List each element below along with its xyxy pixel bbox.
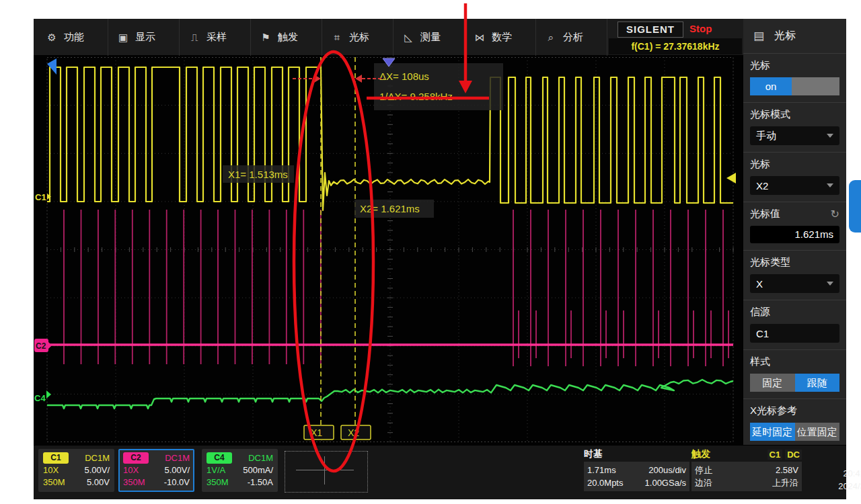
oscilloscope-screen: ⚙功能 ▣显示 ⎍采样 ⚑触发 ⌗光标 ◺测量 ⋈数学 ⌕分析 SIGLENT … xyxy=(34,19,846,499)
c4-marker-arrow-icon xyxy=(46,390,51,398)
style-option-fixed[interactable]: 固定 xyxy=(750,374,795,392)
channel-badge: C1 xyxy=(43,452,69,464)
menu-label: 触发 xyxy=(278,31,298,44)
source-value: C1 xyxy=(756,328,769,339)
side-pull-tab[interactable] xyxy=(849,180,861,233)
waveform-display[interactable]: C1 C2 C4 ΔX= 108us 1/ΔX= 9.258kHz X1= 1.… xyxy=(34,56,743,445)
style-option-follow[interactable]: 跟随 xyxy=(795,374,840,392)
refresh-icon[interactable]: ↻ xyxy=(831,208,839,220)
trigger-status: 停止 xyxy=(695,464,712,476)
arrow-left-icon xyxy=(355,75,362,83)
crosshair-icon xyxy=(296,470,354,470)
cursor-value-field[interactable]: 1.621ms xyxy=(750,226,839,243)
brand-area: SIGLENT Stop f(C1) = 27.37618kHz xyxy=(607,19,743,56)
bandwidth-value: 350M xyxy=(43,476,65,489)
chevron-down-icon xyxy=(827,183,833,187)
style-label: 样式 xyxy=(750,355,770,368)
cursor-on-off-toggle[interactable]: on xyxy=(750,77,839,95)
cursor-type-section: 光标类型 X xyxy=(743,251,846,300)
trigger-block[interactable]: 触发 C1DC 停止2.58V 边沿上升沿 xyxy=(691,448,802,491)
offset-value: -10.0V xyxy=(164,476,190,489)
menu-item-trigger[interactable]: ⚑触发 xyxy=(251,19,322,56)
cursor-select-section: 光标 X2 xyxy=(743,153,846,202)
menu-item-function[interactable]: ⚙功能 xyxy=(37,19,108,56)
date-display: 2024/3/21 xyxy=(794,480,861,493)
source-dropdown[interactable]: C1 xyxy=(750,324,839,343)
timebase-label: 时基 xyxy=(584,448,603,460)
x1-readout: X1= 1.513ms xyxy=(228,169,288,180)
menu-item-acquire[interactable]: ⎍采样 xyxy=(180,19,251,56)
left-edge-marker[interactable] xyxy=(47,58,57,75)
analyze-icon: ⌕ xyxy=(545,32,557,44)
style-segmented: 固定 跟随 xyxy=(750,374,839,392)
channel-box-c2[interactable]: C2 DC1M 10X5.00V/ 350M-10.0V xyxy=(118,449,194,492)
probe-value: 10X xyxy=(123,464,139,476)
cursor-select-dropdown[interactable]: X2 xyxy=(750,176,839,195)
cursor-flag-x1[interactable]: X1 xyxy=(304,425,334,439)
timebase-scale: 200us/div xyxy=(648,464,686,476)
channel-box-c4[interactable]: C4 DC1M 1V/A500mA/ 350M-1.50A xyxy=(202,449,278,492)
x-reference-section: X光标参考 延时固定 位置固定 xyxy=(743,399,846,448)
cursor-flag-x2-label: X2 xyxy=(348,427,359,438)
menu-item-measure[interactable]: ◺测量 xyxy=(394,19,465,56)
math-icon: ⋈ xyxy=(474,32,486,44)
menu-label: 显示 xyxy=(135,31,155,44)
timebase-block[interactable]: 时基 1.71ms200us/div 20.0Mpts1.00GSa/s xyxy=(584,448,689,491)
c1-channel-marker[interactable]: C1 xyxy=(35,192,46,202)
coupling-value: DC1M xyxy=(248,453,273,463)
x-reference-label: X光标参考 xyxy=(750,405,797,417)
menu-item-analyze[interactable]: ⌕分析 xyxy=(536,19,607,56)
c4-channel-marker[interactable]: C4 xyxy=(34,393,46,403)
menu-label: 数学 xyxy=(492,31,512,44)
cursor-flag-x1-label: X1 xyxy=(311,427,322,438)
menu-label: 光标 xyxy=(349,31,369,44)
channel-badge: C2 xyxy=(123,452,149,464)
cursor-mode-label: 光标模式 xyxy=(750,108,790,121)
arrow-right-icon xyxy=(314,75,321,83)
trigger-label: 触发 xyxy=(691,448,710,460)
coupling-value: DC1M xyxy=(165,453,190,463)
xref-option-delay-fixed[interactable]: 延时固定 xyxy=(750,423,795,441)
toggle-off-option[interactable] xyxy=(792,77,839,95)
timebase-samplerate: 1.00GSa/s xyxy=(645,476,686,489)
cursor-mode-value: 手动 xyxy=(756,130,776,142)
x2-readout: X2= 1.621ms xyxy=(360,203,420,214)
c2-marker-arrow-icon xyxy=(48,342,52,349)
menu-label: 采样 xyxy=(207,31,227,44)
acquisition-status: Stop xyxy=(689,23,712,34)
bandwidth-value: 350M xyxy=(123,476,145,489)
scale-value: 500mA/ xyxy=(243,464,273,476)
c2-channel-marker: C2 xyxy=(36,341,46,351)
sampling-icon: ⎍ xyxy=(188,32,200,44)
zoom-preview-box[interactable] xyxy=(285,451,368,493)
timebase-memory: 20.0Mpts xyxy=(587,476,623,489)
cursor-mode-section: 光标模式 手动 xyxy=(743,103,846,153)
gear-icon: ⚙ xyxy=(46,32,58,44)
menu-item-cursor[interactable]: ⌗光标 xyxy=(322,19,394,56)
trigger-source: C1 xyxy=(768,450,783,460)
channel-badge: C4 xyxy=(207,452,232,464)
trigger-type: 边沿 xyxy=(695,476,712,489)
cursor-mode-dropdown[interactable]: 手动 xyxy=(750,126,839,145)
toggle-on-option[interactable]: on xyxy=(750,77,792,95)
cursor-toggle-label: 光标 xyxy=(750,59,770,72)
cursor-type-dropdown[interactable]: X xyxy=(750,274,839,293)
graticule-svg: C1 C2 C4 ΔX= 108us 1/ΔX= 9.258kHz X1= 1.… xyxy=(34,57,743,442)
clock-block: 20:41:30 2024/3/21 xyxy=(794,448,861,493)
siglent-logo: SIGLENT xyxy=(617,22,683,38)
frequency-counter: f(C1) = 27.37618kHz xyxy=(609,38,742,54)
menu-item-math[interactable]: ⋈数学 xyxy=(465,19,536,56)
offset-value: 5.00V xyxy=(87,476,110,489)
xref-option-position-fixed[interactable]: 位置固定 xyxy=(795,423,840,441)
cursor-value-label: 光标值 xyxy=(750,208,780,220)
menu-item-display[interactable]: ▣显示 xyxy=(108,19,180,56)
trigger-level-marker[interactable] xyxy=(726,173,736,183)
cursor-value-section: 光标值 ↻ 1.621ms xyxy=(743,202,846,251)
panel-header: ▤ 光标 xyxy=(743,19,846,54)
delta-x-readout: ΔX= 108us xyxy=(379,71,429,82)
channel-box-c1[interactable]: C1 DC1M 10X5.00V/ 350M5.00V xyxy=(38,449,114,492)
cursor-flag-x2[interactable]: X2 xyxy=(341,425,371,439)
cursor-type-label: 光标类型 xyxy=(750,256,790,269)
menu-label: 测量 xyxy=(420,31,441,44)
status-bar: C1 DC1M 10X5.00V/ 350M5.00V C2 DC1M 10X5… xyxy=(34,445,846,499)
